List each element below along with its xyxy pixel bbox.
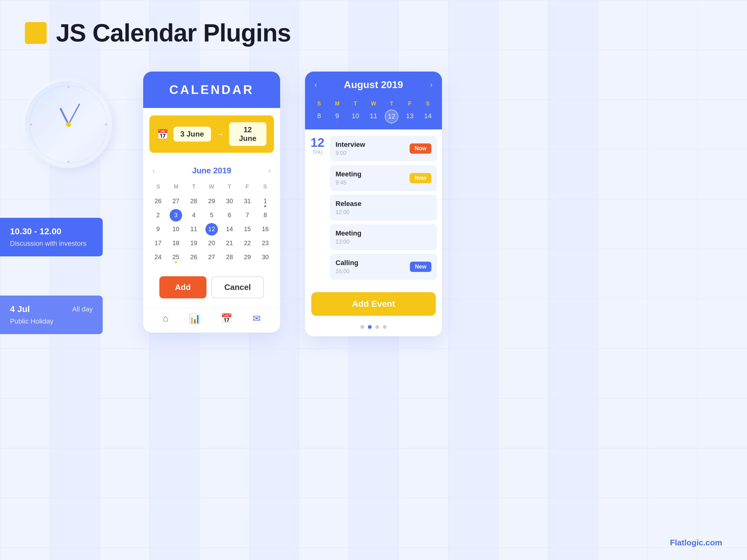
week-date-12-active[interactable]: 12: [385, 109, 398, 123]
dot-2-active[interactable]: [368, 325, 371, 329]
cal-day[interactable]: 7: [239, 209, 256, 222]
cal-day[interactable]: 20: [203, 236, 220, 250]
event-badge-interview: Now: [410, 143, 431, 154]
cal-day[interactable]: 26: [149, 194, 166, 208]
event-name-meeting2: Meeting: [336, 229, 361, 237]
cal-day[interactable]: 23: [257, 236, 274, 250]
week-label-t: T: [346, 101, 364, 107]
event-card-2-allday: All day: [72, 305, 93, 313]
event-item-meeting2[interactable]: Meeting 13:00: [330, 224, 437, 250]
cal-day[interactable]: 4: [185, 209, 202, 222]
event-cal-header: ‹ August 2019 ›: [305, 72, 442, 98]
cal-day[interactable]: 29: [239, 250, 256, 264]
svg-point-7: [30, 124, 32, 125]
cal-day[interactable]: 28: [221, 250, 238, 264]
week-label-f: F: [401, 101, 419, 107]
watermark: Flatlogic.com: [670, 538, 722, 548]
selected-day-name: Thu: [310, 150, 325, 155]
page-header: JS Calendar Plugins: [0, 0, 747, 60]
event-name-calling: Calling: [336, 259, 358, 267]
cal-day[interactable]: 29: [203, 194, 220, 208]
cal-day[interactable]: 31: [239, 194, 256, 208]
week-label-w: W: [364, 101, 383, 107]
event-item-interview[interactable]: Interview 9:00 Now: [330, 136, 437, 161]
mail-icon[interactable]: ✉: [253, 313, 260, 324]
event-cal-next[interactable]: ›: [430, 80, 433, 89]
cal-day[interactable]: 28: [185, 194, 202, 208]
cal-day[interactable]: 24: [149, 250, 166, 264]
cal-prev-button[interactable]: ‹: [153, 167, 155, 175]
event-card-2: 4 Jul All day Public Holiday: [0, 296, 103, 334]
month-year-label: June 2019: [192, 166, 231, 176]
cal-day-selected-start[interactable]: 3: [170, 209, 182, 221]
cal-day[interactable]: 17: [149, 236, 166, 250]
date-range-picker[interactable]: 📅 3 June → 12 June: [149, 115, 274, 153]
cal-day[interactable]: 1: [257, 194, 274, 208]
cal-day[interactable]: 8: [257, 209, 274, 222]
chart-icon[interactable]: 📊: [189, 313, 201, 324]
add-button[interactable]: Add: [159, 276, 206, 298]
calendar-nav-icon[interactable]: 📅: [221, 313, 232, 324]
day-header-wed: W: [203, 182, 221, 192]
week-label-s: S: [310, 101, 328, 107]
selected-date-label: 12 Thu: [305, 136, 330, 284]
cal-next-button[interactable]: ›: [268, 167, 271, 175]
cal-day[interactable]: 14: [221, 222, 238, 236]
week-date-11[interactable]: 11: [364, 109, 383, 123]
event-list-widget: ‹ August 2019 › S M T W T F S 8 9 10 11 …: [305, 72, 442, 336]
calendar-header: CALENDAR: [143, 72, 280, 108]
cal-day-selected-end[interactable]: 12: [205, 223, 218, 236]
pagination-dots: [305, 322, 442, 336]
event-card-2-desc: Public Holiday: [10, 317, 93, 325]
cal-day[interactable]: 27: [167, 194, 184, 208]
event-time-interview: 9:00: [336, 150, 365, 157]
cal-day[interactable]: 2: [149, 209, 166, 222]
event-name-release: Release: [336, 200, 361, 208]
cal-day[interactable]: 30: [221, 194, 238, 208]
cal-day[interactable]: 16: [257, 222, 274, 236]
cal-day[interactable]: 27: [203, 250, 220, 264]
week-date-8[interactable]: 8: [310, 109, 328, 123]
cal-day[interactable]: 5: [203, 209, 220, 222]
cal-day[interactable]: 25: [167, 250, 184, 264]
cal-day[interactable]: 6: [221, 209, 238, 222]
week-date-10[interactable]: 10: [346, 109, 364, 123]
day-header-tue: T: [185, 182, 203, 192]
cal-day[interactable]: 22: [239, 236, 256, 250]
date-from-pill[interactable]: 3 June: [173, 127, 211, 141]
home-icon[interactable]: ⌂: [163, 313, 169, 324]
header-icon: [25, 22, 47, 44]
event-cal-prev[interactable]: ‹: [314, 80, 317, 89]
cal-day[interactable]: 9: [149, 222, 166, 236]
date-to-pill[interactable]: 12 June: [229, 122, 267, 146]
week-label-s2: S: [419, 101, 437, 107]
add-event-button[interactable]: Add Event: [311, 292, 436, 316]
cal-day[interactable]: 15: [239, 222, 256, 236]
calendar-widget: CALENDAR 📅 3 June → 12 June ‹ June 2019 …: [143, 72, 280, 332]
cal-day[interactable]: 21: [221, 236, 238, 250]
week-date-13[interactable]: 13: [401, 109, 419, 123]
event-card-1: 10.30 - 12.00 Discussion with investors: [0, 218, 103, 256]
day-header-sat: S: [256, 182, 274, 192]
cal-day[interactable]: 30: [257, 250, 274, 264]
cal-day[interactable]: 18: [167, 236, 184, 250]
event-item-meeting1[interactable]: Meeting 9:45 Now: [330, 165, 437, 191]
cal-day[interactable]: 10: [167, 222, 184, 236]
event-item-calling[interactable]: Calling 16:00 New: [330, 254, 437, 280]
cancel-button[interactable]: Cancel: [211, 276, 264, 298]
dot-4[interactable]: [383, 325, 387, 329]
cal-day[interactable]: 11: [185, 222, 202, 236]
event-time-meeting1: 9:45: [336, 180, 361, 186]
dot-1[interactable]: [360, 325, 364, 329]
cal-day[interactable]: 26: [185, 250, 202, 264]
dot-3[interactable]: [376, 325, 379, 329]
cal-day[interactable]: 19: [185, 236, 202, 250]
event-item-release[interactable]: Release 12:00: [330, 195, 437, 220]
calendar-header-title: CALENDAR: [143, 83, 280, 97]
svg-line-2: [69, 104, 79, 125]
mini-calendar: ‹ June 2019 › S M T W T F S 26 27: [143, 160, 280, 270]
week-label-t2: T: [383, 101, 401, 107]
week-date-9[interactable]: 9: [328, 109, 346, 123]
event-card-2-date: 4 Jul: [10, 304, 30, 314]
week-date-14[interactable]: 14: [419, 109, 437, 123]
